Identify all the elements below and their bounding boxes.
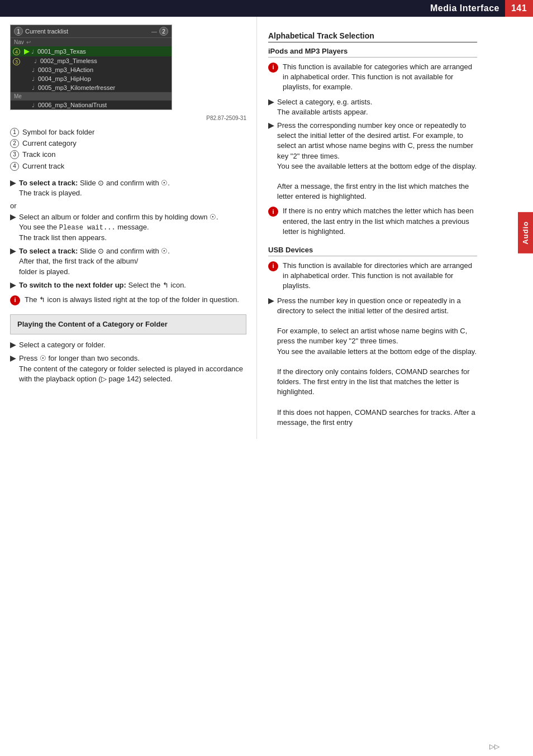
screenshot-titlebar: 1 Current tracklist — 2	[11, 25, 172, 38]
instruction-text-2: Select an album or folder and confirm th…	[19, 212, 218, 243]
info-text-1: The ↰ icon is always listed right at the…	[25, 295, 239, 305]
arrow-icon-1: ▶	[10, 178, 16, 188]
page-header: Media Interface 141	[0, 0, 533, 17]
instruction-select-track-1: ▶ To select a track: Slide ⊙ and confirm…	[10, 178, 246, 198]
track-row-5: ♩ 0005_mp3_Kilometerfresser	[11, 83, 172, 92]
legend-text-3: Track icon	[22, 150, 55, 160]
title-text: Current tracklist	[25, 28, 149, 35]
right-info-1: i This function is available for categor…	[268, 62, 477, 93]
right-instruction-text-1: Select a category, e.g. artists. The ava…	[277, 97, 372, 117]
right-instruction-text-3: Press the number key in question once or…	[277, 296, 477, 428]
nav-label: Nav	[14, 39, 24, 45]
section-instruction-text-1: Select a category or folder.	[19, 340, 106, 350]
info-icon-2: i	[268, 63, 278, 73]
right-info-text-1: This function is available for categorie…	[283, 62, 477, 93]
legend-item-3: 3 Track icon	[10, 150, 246, 160]
left-instructions: ▶ To select a track: Slide ⊙ and confirm…	[10, 178, 246, 305]
track-name-6: 0006_mp3_NationalTrust	[38, 102, 107, 108]
section-instruction-text-2: Press ☉ for longer than two seconds. The…	[19, 353, 246, 384]
subsection-ipods: iPods and MP3 Players	[268, 47, 477, 58]
main-layout: 1 Current tracklist — 2 Nav ↩ 4 ▶ ♩ 0001…	[0, 17, 533, 439]
bottom-nav: ▷▷	[489, 743, 499, 750]
right-info-text-2: If there is no entry which matches the l…	[283, 206, 477, 237]
audio-side-tab: Audio	[518, 212, 533, 253]
main-section-header: Alphabetical Track Selection	[268, 31, 477, 42]
screenshot-image: 1 Current tracklist — 2 Nav ↩ 4 ▶ ♩ 0001…	[10, 25, 172, 110]
title-num1: 1	[14, 27, 23, 36]
nav-row: Nav ↩	[11, 38, 172, 46]
right-info-2: i If there is no entry which matches the…	[268, 206, 477, 237]
arrow-icon-r3: ▶	[268, 296, 274, 306]
instruction-next-folder: ▶ To switch to the next folder up: Selec…	[10, 280, 246, 290]
arrow-icon-r1: ▶	[268, 97, 274, 107]
legend-item-2: 2 Current category	[10, 138, 246, 149]
right-instruction-1: ▶ Select a category, e.g. artists. The a…	[268, 97, 477, 117]
track-row-3: ♩ 0003_mp3_HiAction	[11, 65, 172, 74]
instruction-text-1: To select a track: Slide ⊙ and confirm w…	[19, 178, 170, 198]
screenshot-caption: P82.87-2509-31	[10, 113, 246, 123]
arrow-icon-r2: ▶	[268, 121, 274, 131]
or-label: or	[10, 202, 246, 210]
right-column: Alphabetical Track Selection iPods and M…	[257, 17, 505, 439]
main-section-title: Alphabetical Track Selection	[268, 31, 477, 42]
right-instruction-2: ▶ Press the corresponding number key onc…	[268, 121, 477, 202]
arrow-icon-5: ▶	[10, 340, 16, 350]
info-icon-3: i	[268, 207, 278, 217]
bottom-nav-symbol: ▷▷	[489, 743, 499, 750]
instruction-text-3: To select a track: Slide ⊙ and confirm w…	[19, 246, 170, 277]
section-instruction-1: ▶ Select a category or folder.	[10, 340, 246, 350]
instruction-select-track-2: ▶ To select a track: Slide ⊙ and confirm…	[10, 246, 246, 277]
track-name-1: 0001_mp3_Texas	[37, 48, 86, 55]
instruction-text-4: To switch to the next folder up: Select …	[19, 280, 186, 290]
arrow-icon-6: ▶	[10, 353, 16, 363]
info-icon-4: i	[268, 261, 278, 271]
track-name-3: 0003_mp3_HiAction	[38, 66, 93, 73]
right-instruction-3: ▶ Press the number key in question once …	[268, 296, 477, 428]
legend-item-4: 4 Current track	[10, 161, 246, 171]
subsection-usb: USB Devices	[268, 246, 477, 256]
right-info-text-3: This function is available for directori…	[283, 261, 477, 291]
info-block-1: i The ↰ icon is always listed right at t…	[10, 295, 246, 305]
info-icon-1: i	[10, 295, 20, 305]
track-name-2: 0002_mp3_Timeless	[40, 58, 97, 64]
track-row-4: ♩ 0004_mp3_HipHop	[11, 74, 172, 83]
me-row: Me	[11, 92, 172, 101]
legend-list: 1 Symbol for back folder 2 Current categ…	[10, 127, 246, 171]
arrow-icon-2: ▶	[10, 212, 16, 222]
legend-item-1: 1 Symbol for back folder	[10, 127, 246, 137]
header-title: Media Interface	[430, 3, 499, 13]
legend-text-4: Current track	[22, 161, 64, 171]
left-column: 1 Current tracklist — 2 Nav ↩ 4 ▶ ♩ 0001…	[0, 17, 257, 439]
page-number: 141	[505, 0, 533, 17]
section-instruction-2: ▶ Press ☉ for longer than two seconds. T…	[10, 353, 246, 384]
title-num2: 2	[159, 27, 168, 36]
track-name-4: 0004_mp3_HipHop	[38, 75, 91, 82]
track-row-1: 4 ▶ ♩ 0001_mp3_Texas	[11, 46, 172, 56]
legend-text-1: Symbol for back folder	[22, 127, 94, 137]
section-box-instructions: ▶ Select a category or folder. ▶ Press ☉…	[10, 340, 246, 384]
section-box-title: Playing the Content of a Category or Fol…	[17, 319, 239, 329]
track-arrow-1: ▶	[24, 47, 29, 55]
right-info-3: i This function is available for directo…	[268, 261, 477, 291]
section-box: Playing the Content of a Category or Fol…	[10, 314, 246, 334]
me-label: Me	[14, 93, 22, 99]
arrow-icon-4: ▶	[10, 280, 16, 290]
arrow-icon-3: ▶	[10, 246, 16, 256]
instruction-select-album: ▶ Select an album or folder and confirm …	[10, 212, 246, 243]
track-row-2: 3 ♩ 0002_mp3_Timeless	[11, 56, 172, 65]
track-row-6: ♩ 0006_mp3_NationalTrust	[11, 101, 172, 109]
track-name-5: 0005_mp3_Kilometerfresser	[38, 84, 115, 91]
right-instruction-text-2: Press the corresponding number key once …	[277, 121, 477, 202]
legend-text-2: Current category	[22, 138, 77, 149]
